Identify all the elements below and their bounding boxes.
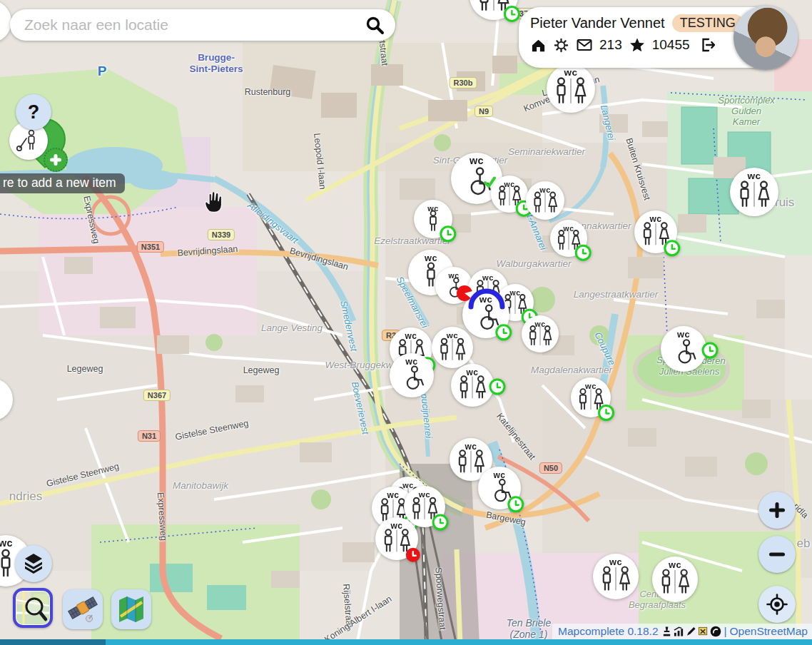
mapcomplete-version-link[interactable]: Mapcomplete 0.18.2 xyxy=(558,625,658,638)
hand-cursor-icon xyxy=(202,190,225,214)
zoom-in-button[interactable] xyxy=(758,492,796,529)
wc-marker[interactable]: wc xyxy=(713,151,796,233)
wc-marker[interactable]: wc xyxy=(434,347,511,424)
wc-marker[interactable]: wc xyxy=(358,500,435,577)
wc-marker[interactable]: wc xyxy=(533,203,604,274)
minus-icon xyxy=(766,544,788,565)
attribution-separator: | xyxy=(724,625,727,638)
help-button[interactable]: ? xyxy=(16,94,51,130)
search-bar[interactable] xyxy=(10,9,395,41)
testing-badge: TESTING xyxy=(672,14,744,32)
basemap-osm-button[interactable] xyxy=(13,588,53,628)
wc-marker[interactable]: wc xyxy=(644,309,724,389)
layers-button[interactable] xyxy=(15,545,52,582)
theme-flag-icon xyxy=(698,626,709,637)
messages-icon[interactable] xyxy=(576,36,593,54)
wc-marker[interactable]: wc xyxy=(0,361,30,438)
svg-text:wc: wc xyxy=(676,329,690,340)
crosshair-icon xyxy=(766,593,788,616)
home-icon[interactable] xyxy=(530,37,547,54)
plus-icon xyxy=(766,499,788,521)
wc-marker[interactable]: wc xyxy=(461,450,538,527)
svg-text:wc: wc xyxy=(418,489,431,499)
star-icon[interactable] xyxy=(629,36,646,54)
osm-carto-thumbnail xyxy=(16,591,49,624)
changeset-count: 10455 xyxy=(652,37,690,53)
svg-text:wc: wc xyxy=(584,382,597,390)
search-input[interactable] xyxy=(23,16,364,34)
zoom-out-button[interactable] xyxy=(758,536,796,573)
wc-marker[interactable]: wc xyxy=(504,298,576,370)
svg-text:wc: wc xyxy=(405,357,418,367)
satellite-icon xyxy=(67,594,98,625)
user-name[interactable]: Pieter Vander Vennet xyxy=(530,15,665,31)
add-item-tooltip: re to add a new item xyxy=(0,173,125,193)
wc-marker[interactable]: wc xyxy=(635,539,715,619)
statue-icon xyxy=(661,626,672,637)
svg-text:wc: wc xyxy=(563,67,577,78)
wc-marker[interactable]: wc xyxy=(554,360,628,435)
add-item-button[interactable] xyxy=(44,148,68,172)
geolocate-button[interactable] xyxy=(758,586,796,623)
svg-text:wc: wc xyxy=(390,521,402,531)
wc-marker[interactable]: wc xyxy=(617,193,694,270)
avatar[interactable] xyxy=(734,6,798,70)
svg-text:wc: wc xyxy=(668,559,681,570)
pen-icon xyxy=(686,626,696,637)
bottom-edge-strip xyxy=(0,639,812,645)
svg-text:wc: wc xyxy=(649,214,661,224)
help-label: ? xyxy=(28,101,40,123)
svg-text:wc: wc xyxy=(465,367,478,377)
layers-icon xyxy=(23,552,44,576)
basemap-satellite-button[interactable] xyxy=(63,589,103,629)
folded-map-icon xyxy=(116,594,147,625)
attribution-bar: Mapcomplete 0.18.2 | OpenStreetMap xyxy=(552,624,812,639)
stats-icon xyxy=(674,626,684,637)
gear-icon[interactable] xyxy=(553,37,569,54)
svg-text:wc: wc xyxy=(492,470,505,480)
openstreetmap-link[interactable]: OpenStreetMap xyxy=(730,625,808,638)
messages-count: 213 xyxy=(599,37,622,53)
osm-logo-icon xyxy=(710,626,721,637)
svg-text:wc: wc xyxy=(746,171,761,181)
basemap-map-button[interactable] xyxy=(111,589,151,629)
logout-icon[interactable] xyxy=(699,36,716,54)
mapcomplete-app: RustenburgVaartstraatKomvestLeopold II-l… xyxy=(0,0,812,645)
svg-text:wc: wc xyxy=(479,294,493,305)
svg-text:wc: wc xyxy=(609,557,622,567)
svg-text:wc: wc xyxy=(0,537,13,549)
search-icon[interactable] xyxy=(364,14,385,36)
